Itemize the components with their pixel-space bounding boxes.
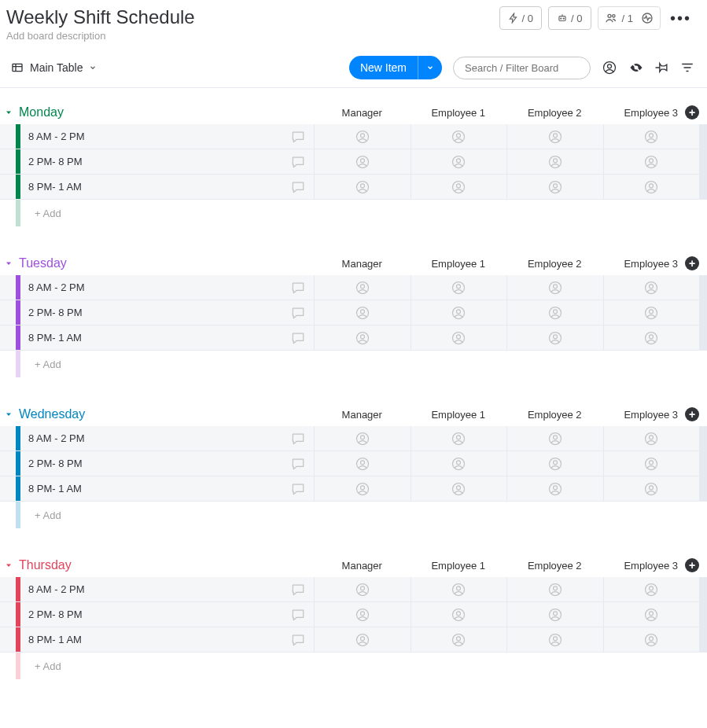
chat-cell[interactable] bbox=[282, 602, 314, 627]
person-filter[interactable] bbox=[602, 60, 617, 75]
person-cell[interactable] bbox=[603, 325, 700, 350]
person-cell[interactable] bbox=[411, 124, 507, 149]
hide-columns[interactable] bbox=[628, 60, 644, 75]
person-cell[interactable] bbox=[314, 149, 411, 174]
person-cell[interactable] bbox=[411, 175, 507, 199]
add-column[interactable]: + bbox=[685, 256, 699, 270]
person-cell[interactable] bbox=[506, 124, 603, 149]
person-cell[interactable] bbox=[506, 175, 603, 199]
table-row[interactable]: 2 PM- 8 PM bbox=[0, 300, 707, 325]
person-cell[interactable] bbox=[506, 275, 603, 300]
person-cell[interactable] bbox=[506, 149, 603, 174]
person-cell[interactable] bbox=[506, 426, 603, 450]
shift-label[interactable]: 8 PM- 1 AM bbox=[20, 483, 282, 495]
add-column[interactable]: + bbox=[685, 105, 699, 119]
shift-label[interactable]: 2 PM- 8 PM bbox=[20, 609, 282, 620]
table-row[interactable]: 8 AM - 2 PM bbox=[0, 577, 707, 602]
chat-cell[interactable] bbox=[282, 149, 314, 174]
column-header[interactable]: Manager bbox=[314, 258, 411, 270]
group-title[interactable]: Thursday bbox=[19, 558, 72, 572]
members-button[interactable]: / 1 bbox=[598, 6, 661, 30]
person-cell[interactable] bbox=[411, 426, 507, 450]
shift-label[interactable]: 2 PM- 8 PM bbox=[20, 156, 282, 167]
chat-cell[interactable] bbox=[282, 175, 314, 199]
person-cell[interactable] bbox=[314, 627, 411, 652]
person-cell[interactable] bbox=[603, 577, 700, 601]
add-row[interactable]: + Add bbox=[0, 653, 707, 679]
new-item-button[interactable]: New Item bbox=[349, 56, 418, 79]
add-row[interactable]: + Add bbox=[0, 200, 707, 226]
person-cell[interactable] bbox=[411, 325, 507, 350]
person-cell[interactable] bbox=[506, 602, 603, 627]
person-cell[interactable] bbox=[314, 124, 411, 149]
group-title[interactable]: Wednesday bbox=[19, 407, 85, 421]
person-cell[interactable] bbox=[603, 602, 700, 627]
chat-cell[interactable] bbox=[282, 275, 314, 300]
person-cell[interactable] bbox=[603, 300, 700, 325]
add-column[interactable]: + bbox=[685, 558, 699, 572]
column-header[interactable]: Employee 1 bbox=[411, 258, 507, 270]
search-input[interactable] bbox=[453, 57, 591, 79]
person-cell[interactable] bbox=[506, 476, 603, 501]
chat-cell[interactable] bbox=[282, 476, 314, 501]
group-collapse-toggle[interactable] bbox=[2, 105, 16, 119]
column-header[interactable]: Employee 2 bbox=[506, 107, 603, 119]
chat-cell[interactable] bbox=[282, 325, 314, 350]
column-header[interactable]: Manager bbox=[314, 107, 411, 119]
shift-label[interactable]: 8 AM - 2 PM bbox=[20, 281, 282, 293]
column-header[interactable]: Employee 1 bbox=[411, 107, 507, 119]
automation-counter[interactable]: / 0 bbox=[548, 6, 591, 30]
group-collapse-toggle[interactable] bbox=[2, 558, 16, 572]
table-row[interactable]: 8 AM - 2 PM bbox=[0, 124, 707, 149]
person-cell[interactable] bbox=[314, 426, 411, 450]
person-cell[interactable] bbox=[506, 325, 603, 350]
board-title[interactable]: Weekly Shift Schedule bbox=[6, 6, 195, 28]
table-row[interactable]: 8 PM- 1 AM bbox=[0, 476, 707, 502]
person-cell[interactable] bbox=[411, 451, 507, 476]
table-row[interactable]: 8 PM- 1 AM bbox=[0, 627, 707, 653]
shift-label[interactable]: 8 PM- 1 AM bbox=[20, 181, 282, 193]
shift-label[interactable]: 8 PM- 1 AM bbox=[20, 332, 282, 344]
person-cell[interactable] bbox=[314, 602, 411, 627]
table-row[interactable]: 8 AM - 2 PM bbox=[0, 275, 707, 300]
person-cell[interactable] bbox=[603, 426, 700, 450]
column-header[interactable]: Manager bbox=[314, 409, 411, 421]
person-cell[interactable] bbox=[506, 300, 603, 325]
column-header[interactable]: Manager bbox=[314, 560, 411, 572]
column-header[interactable]: Employee 2 bbox=[506, 258, 603, 270]
chat-cell[interactable] bbox=[282, 627, 314, 652]
board-description[interactable]: Add board description bbox=[6, 30, 195, 42]
person-cell[interactable] bbox=[314, 476, 411, 501]
group-title[interactable]: Tuesday bbox=[19, 256, 67, 270]
shift-label[interactable]: 8 PM- 1 AM bbox=[20, 634, 282, 645]
group-collapse-toggle[interactable] bbox=[2, 256, 16, 270]
person-cell[interactable] bbox=[411, 627, 507, 652]
column-header[interactable]: Employee 2 bbox=[506, 560, 603, 572]
person-cell[interactable] bbox=[603, 275, 700, 300]
person-cell[interactable] bbox=[411, 577, 507, 601]
person-cell[interactable] bbox=[411, 149, 507, 174]
person-cell[interactable] bbox=[314, 175, 411, 199]
person-cell[interactable] bbox=[603, 124, 700, 149]
chat-cell[interactable] bbox=[282, 124, 314, 149]
person-cell[interactable] bbox=[506, 577, 603, 601]
person-cell[interactable] bbox=[411, 300, 507, 325]
table-row[interactable]: 2 PM- 8 PM bbox=[0, 149, 707, 175]
person-cell[interactable] bbox=[411, 275, 507, 300]
person-cell[interactable] bbox=[411, 476, 507, 501]
filter-button[interactable] bbox=[680, 61, 694, 75]
person-cell[interactable] bbox=[603, 476, 700, 501]
table-row[interactable]: 8 PM- 1 AM bbox=[0, 325, 707, 351]
new-item-dropdown[interactable] bbox=[418, 56, 442, 79]
person-cell[interactable] bbox=[506, 627, 603, 652]
person-cell[interactable] bbox=[411, 602, 507, 627]
person-cell[interactable] bbox=[314, 275, 411, 300]
person-cell[interactable] bbox=[603, 149, 700, 174]
more-options[interactable]: ••• bbox=[667, 9, 694, 28]
person-cell[interactable] bbox=[603, 175, 700, 199]
table-row[interactable]: 2 PM- 8 PM bbox=[0, 602, 707, 627]
table-row[interactable]: 8 PM- 1 AM bbox=[0, 175, 707, 200]
chat-cell[interactable] bbox=[282, 451, 314, 476]
add-row[interactable]: + Add bbox=[0, 502, 707, 528]
shift-label[interactable]: 2 PM- 8 PM bbox=[20, 458, 282, 469]
